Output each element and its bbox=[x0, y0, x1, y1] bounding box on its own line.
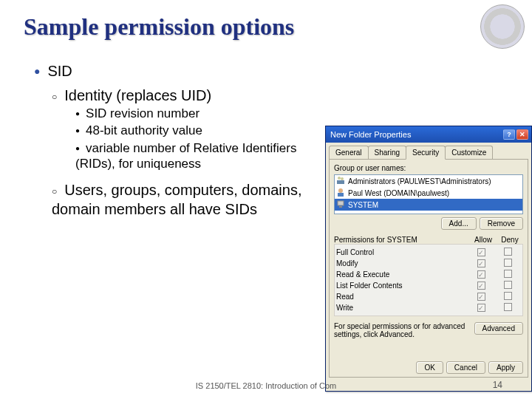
allow-checkbox[interactable]: ✓ bbox=[477, 282, 485, 290]
perm-for-principal: SYSTEM bbox=[387, 236, 417, 244]
allow-header: Allow bbox=[470, 236, 497, 244]
security-tab-body: Group or user names: Administrators (PAU… bbox=[329, 159, 528, 378]
svg-point-0 bbox=[338, 177, 341, 180]
deny-checkbox[interactable] bbox=[504, 303, 512, 311]
allow-checkbox[interactable]: ✓ bbox=[477, 293, 485, 301]
permission-name: Read bbox=[336, 293, 468, 301]
cancel-button[interactable]: Cancel bbox=[446, 361, 485, 374]
deny-checkbox[interactable] bbox=[504, 270, 512, 278]
svg-point-3 bbox=[338, 188, 343, 193]
bullet-rids: variable number of Relative Identifiers … bbox=[75, 140, 310, 172]
tab-security[interactable]: Security bbox=[406, 146, 446, 160]
ok-button[interactable]: OK bbox=[416, 361, 443, 374]
allow-checkbox[interactable]: ✓ bbox=[477, 304, 485, 312]
permission-name: Read & Execute bbox=[336, 270, 468, 279]
principal-icon bbox=[336, 188, 345, 198]
principal-row[interactable]: Paul West (DOMAIN\paulwest) bbox=[335, 187, 522, 199]
bullet-identity: Identity (replaces UID) bbox=[52, 87, 310, 104]
bullet-sid: SID bbox=[34, 63, 310, 80]
tab-strip: GeneralSharingSecurityCustomize bbox=[326, 143, 531, 159]
principal-name: SYSTEM bbox=[348, 201, 378, 209]
principal-name: Paul West (DOMAIN\paulwest) bbox=[348, 189, 449, 197]
allow-checkbox[interactable]: ✓ bbox=[477, 248, 485, 256]
tab-sharing[interactable]: Sharing bbox=[368, 146, 406, 159]
permissions-list: Full Control✓Modify✓Read & Execute✓List … bbox=[334, 244, 523, 316]
tab-customize[interactable]: Customize bbox=[445, 146, 493, 159]
svg-rect-4 bbox=[338, 193, 344, 197]
dialog-titlebar[interactable]: New Folder Properties ? ✕ bbox=[326, 126, 531, 143]
group-label: Group or user names: bbox=[334, 164, 523, 172]
bullet-48bit: 48-bit authority value bbox=[75, 123, 310, 138]
principal-icon bbox=[336, 200, 345, 210]
remove-button[interactable]: Remove bbox=[480, 217, 523, 230]
perm-for-label: Permissions for bbox=[334, 236, 387, 244]
permission-name: Full Control bbox=[336, 248, 468, 256]
help-button[interactable]: ? bbox=[503, 129, 515, 140]
permission-name: List Folder Contents bbox=[336, 282, 468, 290]
principal-row[interactable]: SYSTEM bbox=[335, 199, 522, 211]
deny-checkbox[interactable] bbox=[504, 292, 512, 300]
allow-checkbox[interactable]: ✓ bbox=[477, 259, 485, 267]
properties-dialog: New Folder Properties ? ✕ GeneralSharing… bbox=[325, 126, 532, 392]
page-number: 14 bbox=[493, 380, 502, 390]
permission-row: Write✓ bbox=[336, 302, 521, 313]
permissions-header: Permissions for SYSTEM Allow Deny bbox=[334, 236, 523, 244]
special-text: For special permissions or for advanced … bbox=[334, 322, 474, 338]
dialog-title: New Folder Properties bbox=[330, 130, 411, 139]
deny-checkbox[interactable] bbox=[504, 281, 512, 289]
apply-button[interactable]: Apply bbox=[488, 361, 523, 374]
principal-name: Administrators (PAULWEST\Administrators) bbox=[348, 177, 491, 185]
content-area: SID Identity (replaces UID) SID revision… bbox=[0, 45, 318, 219]
bullet-sid-rev: SID revision number bbox=[75, 106, 310, 121]
principals-listbox[interactable]: Administrators (PAULWEST\Administrators)… bbox=[334, 174, 523, 214]
deny-checkbox[interactable] bbox=[504, 259, 512, 267]
svg-rect-2 bbox=[337, 180, 344, 184]
permission-name: Modify bbox=[336, 259, 468, 267]
permission-row: Full Control✓ bbox=[336, 247, 521, 258]
svg-point-1 bbox=[341, 177, 344, 180]
permission-name: Write bbox=[336, 304, 468, 312]
permission-row: Read✓ bbox=[336, 291, 521, 302]
principal-row[interactable]: Administrators (PAULWEST\Administrators) bbox=[335, 175, 522, 187]
deny-header: Deny bbox=[497, 236, 523, 244]
slide-footer: IS 2150/TEL 2810: Introduction of Com bbox=[0, 381, 532, 390]
slide-title: Sample permission options bbox=[0, 0, 532, 45]
permission-row: List Folder Contents✓ bbox=[336, 280, 521, 291]
tab-general[interactable]: General bbox=[329, 146, 369, 159]
close-button[interactable]: ✕ bbox=[516, 129, 528, 140]
add-button[interactable]: Add... bbox=[441, 217, 477, 230]
bullet-users: Users, groups, computers, domains, domai… bbox=[52, 180, 310, 219]
svg-rect-5 bbox=[338, 201, 344, 205]
advanced-button[interactable]: Advanced bbox=[474, 322, 523, 335]
principal-icon bbox=[336, 176, 345, 186]
university-seal bbox=[480, 4, 525, 49]
allow-checkbox[interactable]: ✓ bbox=[477, 270, 485, 279]
svg-rect-6 bbox=[339, 206, 342, 208]
permission-row: Read & Execute✓ bbox=[336, 269, 521, 280]
permission-row: Modify✓ bbox=[336, 258, 521, 269]
deny-checkbox[interactable] bbox=[504, 248, 512, 256]
